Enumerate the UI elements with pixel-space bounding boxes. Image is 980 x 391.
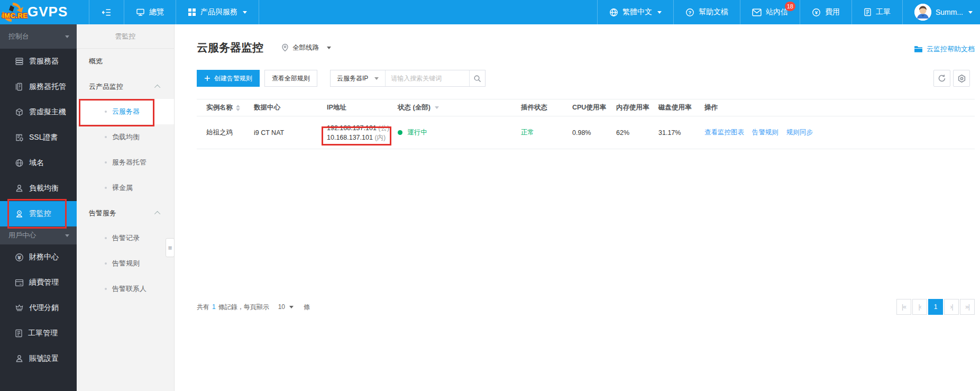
page-size-select[interactable]: 10 [278,303,294,311]
svg-text:¥: ¥ [18,254,21,260]
subnav-item-cloud-server[interactable]: 云服务器 [77,99,174,124]
monitor-help-link[interactable]: 云监控帮助文档 [914,44,975,54]
chevron-down-icon [65,35,69,38]
sidebar-item-cloud-monitor[interactable]: 雲監控 [0,201,77,226]
search-type-value: 云服务器IP [337,74,368,83]
fee-center[interactable]: ¥ 費用 [800,0,851,24]
line-filter-value: 全部线路 [292,43,319,52]
sidebar-item-account-settings[interactable]: 賬號設置 [0,346,77,371]
ticket-icon [864,8,872,16]
help-docs-label: 幫助文檔 [699,7,728,17]
monitor-icon [136,8,145,16]
page-size-value: 10 [278,303,285,311]
user-icon [15,354,24,363]
sidebar-item-renewal[interactable]: 續費管理 [0,270,77,295]
fee-label: 費用 [825,7,840,17]
grid-icon [188,8,196,16]
ip-private-value: 10.168.137.101 [327,134,373,141]
bullet-icon [105,262,107,265]
nav-products-label: 产品與服務 [200,7,237,17]
globe-icon [15,159,24,167]
cell-datacenter: i9 CT NAT [254,129,327,137]
language-switcher[interactable]: 繁體中文 [597,0,673,24]
create-alarm-rule-label: 创建告警规则 [214,74,252,83]
subnav-collapse-handle[interactable]: ≡ [166,238,175,257]
col-memory: 内存使用率 [616,103,649,112]
help-docs[interactable]: ? 幫助文檔 [673,0,740,24]
secondary-sidebar: 雲監控 概览 云产品监控 云服务器 负载均衡 服务器托管 裸金属 告警服务 [77,24,175,391]
search-type-select[interactable]: 云服务器IP [331,70,386,86]
status-filter-icon[interactable] [435,106,439,109]
site-mail[interactable]: 站內信 18 [740,0,800,24]
search-input[interactable] [386,70,469,86]
user-menu[interactable]: Summ... [902,0,980,24]
search-button[interactable] [469,70,485,86]
sidebar-collapse-button[interactable] [89,0,124,24]
refresh-button[interactable] [933,70,950,87]
subnav-item-alarm-records[interactable]: 告警记录 [77,225,174,251]
ip-private-tag: (内) [374,134,386,141]
chevron-up-icon [154,211,160,216]
sidebar-item-load-balancer[interactable]: 負載均衡 [0,176,77,201]
sidebar-item-label: 雲服務器 [29,57,59,66]
cell-plugin-status: 正常 [521,128,572,137]
bullet-icon [105,136,107,138]
subnav-item-alarm-rules[interactable]: 告警规则 [77,251,174,276]
view-monitor-chart-link[interactable]: 查看监控图表 [704,128,744,137]
work-order[interactable]: 工單 [851,0,902,24]
brand-logo[interactable]: GVPS IMC.RE [0,0,89,24]
subnav-item-alarm-contacts[interactable]: 告警联系人 [77,276,174,302]
subnav-item-load-balancer[interactable]: 负载均衡 [77,124,174,150]
pagination-last-button[interactable]: »| [960,299,975,315]
rule-sync-link[interactable]: 规则同步 [786,128,813,137]
sidebar-item-label: 工單管理 [28,329,58,338]
status-dot-icon [398,130,402,135]
pagination-prev-button[interactable]: |‹ [912,299,927,315]
location-pin-icon [281,43,289,52]
cell-memory: 62% [616,129,658,137]
record-summary: 共有 1 條記錄，每頁顯示 10 條 [197,303,310,312]
pagination-next-button[interactable]: ›| [944,299,959,315]
subnav-item-overview[interactable]: 概览 [77,49,174,74]
globe-icon [609,8,618,17]
sort-icon[interactable] [236,105,240,111]
language-label: 繁體中文 [622,7,652,17]
sidebar-item-cloud-server[interactable]: 雲服務器 [0,49,77,74]
svg-text:?: ? [688,9,691,15]
refresh-icon [938,74,946,83]
sidebar-item-label: 賬號設置 [29,354,59,363]
work-order-label: 工單 [876,7,891,17]
sidebar-section-console[interactable]: 控制台 [0,24,77,49]
sidebar-item-work-order-mgmt[interactable]: 工單管理 [0,321,77,346]
sidebar-section-user-center[interactable]: 用戶中心 [0,226,77,244]
subnav-item-label: 告警规则 [112,259,140,268]
subnav-group-cloud-products[interactable]: 云产品监控 [77,74,174,99]
table-header-row: 实例名称 数据中心 IP地址 状态 (全部) 插件状态 CPU使用率 内存使用率… [197,99,975,116]
line-filter-dropdown[interactable]: 全部线路 [281,43,331,52]
col-status: 状态 (全部) [398,103,431,112]
subnav-item-bare-metal[interactable]: 裸金属 [77,175,174,201]
nav-overview[interactable]: 總覽 [124,0,176,24]
pagination-first-button[interactable]: |« [896,299,911,315]
sidebar-item-server-hosting[interactable]: 服務器托管 [0,74,77,99]
sidebar-item-ssl-cert[interactable]: SSL證書 [0,125,77,150]
plus-icon [204,75,210,81]
nav-products[interactable]: 产品與服務 [176,0,259,24]
alarm-rules-link[interactable]: 告警规则 [752,128,778,137]
view-all-rules-button[interactable]: 查看全部规则 [264,70,317,87]
sidebar-item-domain[interactable]: 域名 [0,150,77,176]
sidebar-item-finance-center[interactable]: ¥ 財務中心 [0,244,77,270]
folder-icon [914,46,923,53]
search-icon [473,75,481,83]
sidebar-item-cloud-vhost[interactable]: 雲虛擬主機 [0,99,77,125]
subnav-item-server-hosting[interactable]: 服务器托管 [77,150,174,175]
settings-button[interactable] [953,70,970,87]
subnav-item-label: 告警记录 [112,233,140,243]
chevron-down-icon [327,47,331,49]
subnav-group-alarm-service[interactable]: 告警服务 [77,201,174,225]
sidebar-item-agent[interactable]: 代理分銷 [0,295,77,321]
subnav-group-label: 告警服务 [89,208,116,218]
pagination-page-1[interactable]: 1 [928,299,943,315]
subnav-group-label: 云产品监控 [89,82,123,92]
create-alarm-rule-button[interactable]: 创建告警规则 [197,70,260,87]
